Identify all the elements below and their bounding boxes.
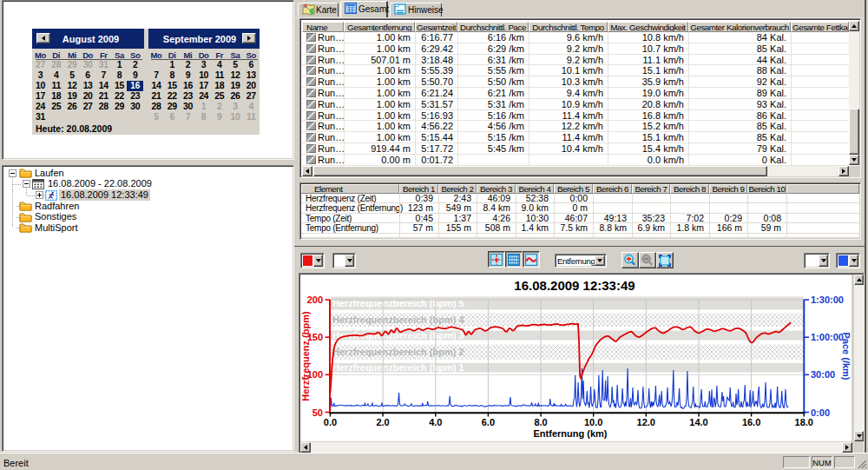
svg-text:4.0: 4.0 — [429, 417, 442, 427]
svg-text:0:00: 0:00 — [811, 407, 830, 418]
svg-text:8.0: 8.0 — [534, 417, 547, 427]
svg-text:2.0: 2.0 — [376, 417, 389, 427]
svg-text:12.0: 12.0 — [637, 417, 655, 427]
svg-text:Herzfrequenz (bpm): Herzfrequenz (bpm) — [300, 311, 311, 401]
svg-text:Herzfrequenzbereich (bpm) 1: Herzfrequenzbereich (bpm) 1 — [332, 362, 464, 373]
svg-text:Herzfrequenzbereich (bpm) 4: Herzfrequenzbereich (bpm) 4 — [332, 314, 464, 325]
svg-text:50: 50 — [312, 407, 323, 418]
svg-text:10.0: 10.0 — [584, 417, 602, 427]
svg-text:6.0: 6.0 — [482, 417, 495, 427]
svg-text:16.08.2009 12:33:49: 16.08.2009 12:33:49 — [514, 278, 635, 293]
svg-text:30:00: 30:00 — [811, 369, 835, 380]
svg-text:Herzfrequenzbereich (bpm) 2: Herzfrequenzbereich (bpm) 2 — [332, 347, 464, 357]
svg-text:16.0: 16.0 — [742, 417, 760, 427]
svg-text:1:00:00: 1:00:00 — [811, 332, 844, 342]
svg-text:1:30:00: 1:30:00 — [811, 295, 844, 305]
svg-text:200: 200 — [307, 295, 323, 305]
svg-text:Entfernung (km): Entfernung (km) — [534, 428, 608, 439]
svg-text:0.0: 0.0 — [324, 417, 337, 427]
svg-text:Pace (/km): Pace (/km) — [841, 332, 852, 380]
svg-text:14.0: 14.0 — [689, 417, 707, 427]
svg-text:18.0: 18.0 — [795, 417, 813, 427]
